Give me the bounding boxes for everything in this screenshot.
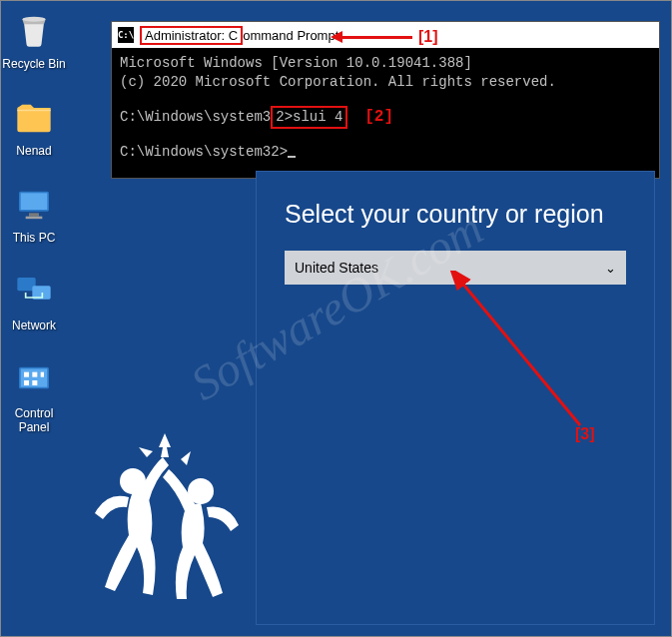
chevron-down-icon: ⌄ <box>605 261 616 276</box>
control-panel-icon <box>12 358 56 402</box>
cursor-icon <box>288 156 296 158</box>
svg-point-16 <box>188 478 214 504</box>
svg-rect-13 <box>32 380 37 385</box>
dialog-heading: Select your country or region <box>285 200 626 229</box>
cmd-prompt-line: C:\Windows\system32>slui 4 [2] <box>120 106 651 129</box>
cmd-title-text-b: ommand Prompt <box>243 28 338 43</box>
desktop-icon-this-pc[interactable]: This PC <box>0 183 69 245</box>
cmd-command-highlight: 2>slui 4 <box>271 106 347 129</box>
country-dropdown[interactable]: United States ⌄ <box>285 251 626 285</box>
desktop-icon-label: Control Panel <box>0 406 69 434</box>
monitor-icon <box>12 183 56 227</box>
desktop-icon-label: Recycle Bin <box>0 57 69 71</box>
cmd-icon: C:\ <box>118 27 134 43</box>
svg-rect-4 <box>26 217 43 220</box>
desktop-icon-label: Nenad <box>0 144 69 158</box>
cmd-title-highlight: Administrator: C <box>140 26 243 45</box>
svg-rect-10 <box>32 372 37 377</box>
desktop-icon-control-panel[interactable]: Control Panel <box>0 358 69 434</box>
desktop-icon-user-folder[interactable]: Nenad <box>0 96 69 158</box>
cmd-output-line: Microsoft Windows [Version 10.0.19041.38… <box>120 54 651 73</box>
desktop-icon-recycle-bin[interactable]: Recycle Bin <box>0 9 69 71</box>
svg-point-0 <box>22 17 45 22</box>
svg-rect-12 <box>24 380 29 385</box>
network-icon <box>12 271 56 315</box>
decorative-figures <box>61 411 281 631</box>
annotation-2: [2] <box>364 108 393 126</box>
annotation-1: [1] <box>418 28 438 46</box>
svg-rect-11 <box>41 372 44 377</box>
folder-icon <box>12 96 56 140</box>
dropdown-selected-value: United States <box>295 260 378 276</box>
activation-dialog: Select your country or region United Sta… <box>256 171 655 625</box>
cmd-body[interactable]: Microsoft Windows [Version 10.0.19041.38… <box>112 48 659 178</box>
svg-point-15 <box>120 468 146 494</box>
cmd-prompt-line: C:\Windows\system32> <box>120 143 651 162</box>
svg-rect-2 <box>21 193 48 210</box>
recycle-bin-icon <box>12 9 56 53</box>
desktop-icon-label: Network <box>0 318 69 332</box>
annotation-3: [3] <box>575 425 595 443</box>
svg-rect-9 <box>24 372 29 377</box>
cmd-output-line: (c) 2020 Microsoft Corporation. All righ… <box>120 73 651 92</box>
desktop-icon-network[interactable]: Network <box>0 271 69 332</box>
svg-rect-3 <box>29 213 39 216</box>
desktop-icon-label: This PC <box>0 231 69 245</box>
cmd-title-text-a: Administrator: C <box>145 28 238 43</box>
annotation-arrow-1: [1] <box>331 28 438 46</box>
